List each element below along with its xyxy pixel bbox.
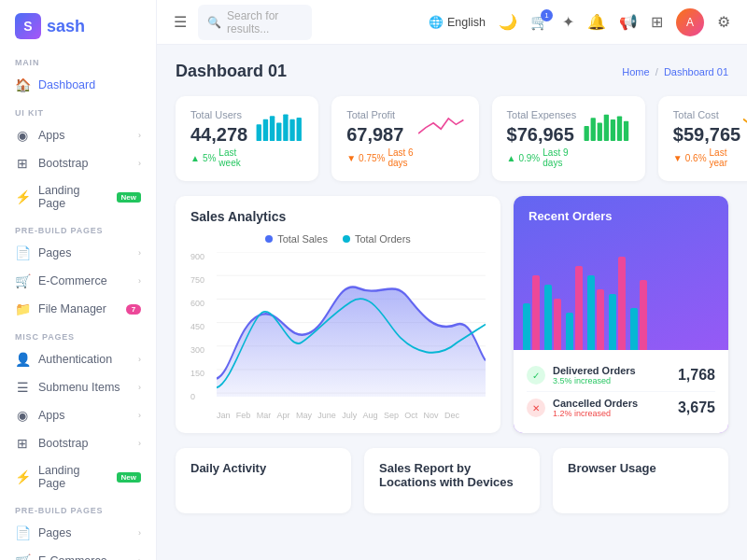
sidebar-item-dashboard[interactable]: 🏠 Dashboard — [0, 71, 156, 99]
order-name-delivered: Delivered Orders — [553, 365, 670, 376]
sidebar-label-apps: Apps — [38, 129, 130, 142]
bar-cyan5 — [609, 294, 616, 350]
bar-pink6 — [640, 280, 647, 350]
order-count-cancelled: 3,675 — [678, 399, 715, 416]
lower-section: Sales Analytics Total Sales Total Orders… — [176, 196, 728, 433]
language-label: English — [447, 16, 486, 29]
breadcrumb-home[interactable]: Home — [622, 66, 649, 77]
stat-change-val3: 0.9% — [518, 153, 540, 163]
section-label-prebuild2: PRE-BUILD PAGES — [0, 497, 156, 519]
search-box[interactable]: 🔍 Search for results... — [198, 5, 312, 40]
sidebar-item-apps[interactable]: ◉ Apps › — [0, 121, 156, 149]
sidebar-item-landing2[interactable]: ⚡ Landing Page New — [0, 457, 156, 497]
stat-card-users: Total Users 44,278 ▲ 5% Last week — [176, 96, 318, 181]
svg-rect-8 — [590, 118, 595, 141]
sidebar-item-pages2[interactable]: 📄 Pages › — [0, 519, 156, 547]
svg-rect-0 — [257, 124, 261, 141]
cart-icon[interactable]: 🛒 1 — [530, 13, 549, 31]
sidebar-item-filemanager[interactable]: 📁 File Manager 7 — [0, 295, 156, 323]
chevron-right-icon6: › — [138, 383, 141, 392]
settings-icon[interactable]: ⚙ — [717, 13, 730, 31]
sidebar-item-bootstrap[interactable]: ⊞ Bootstrap › — [0, 149, 156, 177]
apps2-icon: ◉ — [15, 408, 30, 423]
browser-usage-title: Browser Usage — [568, 461, 713, 475]
sidebar-label-pages: Pages — [38, 246, 130, 259]
stat-inner2: Total Profit 67,987 ▼ 0.75% Last 6 days — [346, 109, 463, 168]
legend-dot-sales — [265, 235, 273, 243]
topbar-actions: 🌐 English 🌙 🛒 1 ✦ 🔔 📢 ⊞ A ⚙ — [429, 8, 730, 36]
section-label-misc: MISC PAGES — [0, 323, 156, 345]
sidebar-item-bootstrap2[interactable]: ⊞ Bootstrap › — [0, 429, 156, 457]
sidebar-item-apps2[interactable]: ◉ Apps › — [0, 401, 156, 429]
recent-orders-card: Recent Orders — [514, 196, 728, 433]
ecommerce2-icon: 🛒 — [15, 553, 30, 560]
logo[interactable]: S sash — [0, 0, 156, 49]
svg-rect-13 — [624, 121, 628, 141]
avatar[interactable]: A — [676, 8, 704, 36]
sidebar-item-submenu[interactable]: ☰ Submenu Items › — [0, 373, 156, 401]
sidebar-label-landing: Landing Page — [38, 184, 108, 210]
stat-value4: $59,765 — [673, 124, 744, 146]
order-row-delivered: ✓ Delivered Orders 3.5% increased 1,768 — [527, 359, 715, 392]
sidebar-label-ecommerce2: E-Commerce — [38, 554, 130, 560]
landing2-icon: ⚡ — [15, 469, 30, 484]
recent-orders-chart — [514, 231, 728, 350]
stat-info: Total Users 44,278 ▲ 5% Last week — [190, 109, 253, 168]
stat-inner: Total Users 44,278 ▲ 5% Last week — [190, 109, 303, 168]
legend-label-sales: Total Sales — [277, 233, 328, 245]
stat-change3: ▲ 0.9% Last 9 days — [507, 147, 581, 168]
order-info-delivered: Delivered Orders 3.5% increased — [553, 365, 670, 385]
chevron-right-icon8: › — [138, 439, 141, 448]
bar-group-6 — [630, 280, 647, 350]
language-selector[interactable]: 🌐 English — [429, 15, 486, 29]
delivered-icon: ✓ — [527, 366, 545, 385]
stat-label2: Total Profit — [346, 109, 418, 120]
sparkle-icon[interactable]: ✦ — [562, 13, 574, 31]
sidebar-label-bootstrap2: Bootstrap — [38, 437, 130, 450]
sidebar-item-ecommerce2[interactable]: 🛒 E-Commerce › — [0, 547, 156, 560]
folder-icon: 📁 — [15, 301, 30, 316]
bar-cyan3 — [566, 313, 573, 350]
stat-change4: ▼ 0.6% Last year — [673, 147, 744, 168]
chevron-right-icon4: › — [138, 276, 141, 286]
sidebar-item-ecommerce[interactable]: 🛒 E-Commerce › — [0, 267, 156, 295]
legend-orders: Total Orders — [343, 233, 411, 245]
flag-icon[interactable]: 📢 — [619, 13, 638, 31]
new-badge2: New — [117, 472, 141, 483]
down-arrow-icon2: ▼ — [673, 153, 683, 163]
stat-change: ▲ 5% Last week — [190, 147, 253, 168]
stat-inner4: Total Cost $59,765 ▼ 0.6% Last year — [673, 109, 747, 168]
stat-change-val4: 0.6% — [685, 153, 707, 163]
bar-pink — [532, 275, 540, 350]
topbar: ☰ 🔍 Search for results... 🌐 English 🌙 🛒 … — [157, 0, 747, 45]
area-chart-container: 900 750 600 450 300 150 0 — [190, 252, 486, 420]
stat-info3: Total Expenses $76,965 ▲ 0.9% Last 9 day… — [507, 109, 581, 168]
analytics-card: Sales Analytics Total Sales Total Orders… — [176, 196, 500, 433]
sidebar-item-landing[interactable]: ⚡ Landing Page New — [0, 177, 156, 217]
section-label-uikit: UI KIT — [0, 99, 156, 121]
order-change-cancelled: 1.2% increased — [553, 409, 670, 418]
svg-rect-1 — [263, 119, 268, 141]
sales-report-card: Sales Report by Locations with Devices — [364, 448, 540, 513]
content-area: Dashboard 01 Home / Dashboard 01 Total U… — [157, 45, 747, 560]
svg-rect-2 — [270, 116, 275, 141]
bell-icon[interactable]: 🔔 — [587, 13, 606, 31]
auth-icon: 👤 — [15, 352, 30, 367]
stat-value: 44,278 — [190, 124, 253, 146]
order-info-cancelled: Cancelled Orders 1.2% increased — [553, 398, 670, 418]
cart-badge: 1 — [541, 9, 553, 21]
hamburger-icon[interactable]: ☰ — [174, 13, 187, 31]
orders-details: ✓ Delivered Orders 3.5% increased 1,768 … — [514, 350, 728, 433]
chevron-right-icon10: › — [138, 556, 141, 560]
svg-rect-3 — [277, 122, 282, 141]
breadcrumb: Home / Dashboard 01 — [622, 66, 728, 77]
bar-pink3 — [575, 266, 583, 350]
grid-icon[interactable]: ⊞ — [651, 13, 663, 31]
sidebar-item-auth[interactable]: 👤 Authentication › — [0, 345, 156, 373]
bar-pink5 — [618, 257, 626, 350]
theme-toggle[interactable]: 🌙 — [499, 13, 517, 31]
apps-icon: ◉ — [15, 128, 30, 143]
chevron-right-icon9: › — [138, 528, 141, 538]
sidebar-item-pages[interactable]: 📄 Pages › — [0, 239, 156, 267]
stat-value2: 67,987 — [346, 124, 418, 146]
